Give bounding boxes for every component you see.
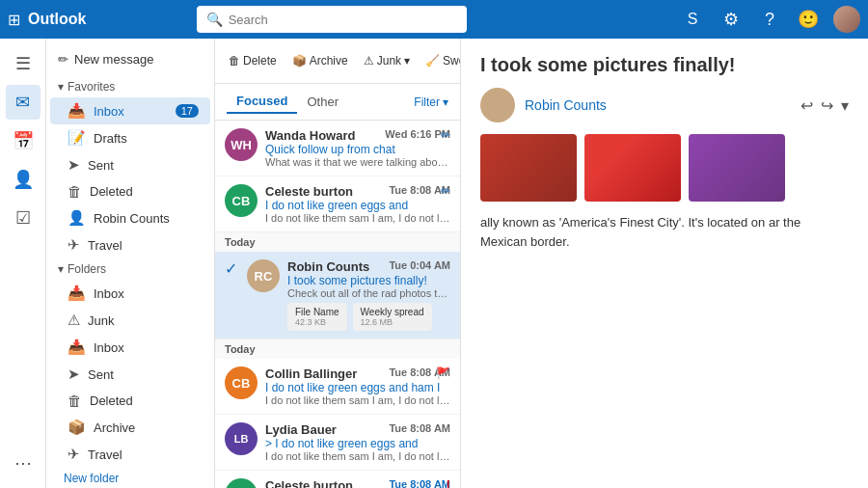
reply-icon[interactable]: ↩	[800, 96, 813, 115]
archive-icon-tb: 📦	[292, 54, 307, 68]
junk-button[interactable]: ⚠ Junk ▾	[358, 51, 416, 70]
junk-label: Junk	[88, 313, 114, 328]
sidebar-item-travel-folder[interactable]: ✈ Travel	[50, 441, 210, 468]
today-section-label-2: Today	[215, 339, 460, 359]
new-message-button[interactable]: ✏ New message	[46, 46, 214, 72]
hamburger-icon[interactable]: ☰	[6, 46, 41, 81]
message-preview: What was it that we were talking about t…	[265, 156, 450, 168]
sidebar-item-travel-favorites[interactable]: ✈ Travel	[50, 231, 210, 258]
message-item-celeste-last[interactable]: CB Celeste burton Tue 8:08 AM I do not l…	[215, 471, 460, 488]
sweep-icon: 🧹	[425, 54, 440, 68]
sidebar-item-inbox-2[interactable]: 📥 Inbox	[50, 334, 210, 361]
message-item-collin[interactable]: CB Collin Ballinger Tue 8:08 AM I do not…	[215, 359, 460, 415]
message-subject: I do not like green eggs and	[265, 199, 450, 212]
sent2-label: Sent	[88, 367, 114, 382]
message-preview: I do not like them sam I am, I do not li…	[265, 394, 450, 406]
settings-icon[interactable]: ⚙	[718, 6, 745, 33]
message-body: Collin Ballinger Tue 8:08 AM I do not li…	[265, 366, 450, 406]
message-body: Lydia Bauer Tue 8:08 AM > I do not like …	[265, 422, 450, 462]
message-item[interactable]: CB Celeste burton Tue 8:08 AM I do not l…	[215, 176, 460, 232]
junk-label: Junk	[377, 54, 401, 68]
sidebar-item-archive[interactable]: 📦 Archive	[50, 414, 210, 441]
left-rail: ☰ ✉ 📅 👤 ☑ ⋯	[0, 39, 46, 488]
sidebar-item-drafts[interactable]: 📝 Drafts	[50, 124, 210, 151]
skype-icon[interactable]: S	[679, 6, 706, 33]
attachment-2[interactable]: Weekly spread 12.6 MB	[353, 303, 432, 331]
sender-avatar: WH	[225, 128, 258, 161]
deleted-label: Deleted	[90, 184, 133, 199]
sent2-icon: ➤	[68, 366, 80, 383]
focused-other-tabs: Focused Other Filter ▾	[215, 84, 460, 121]
top-bar: ⊞ Outlook 🔍 S ⚙ ? 🙂	[0, 0, 868, 39]
user-avatar[interactable]	[833, 6, 860, 33]
junk-icon: ⚠	[68, 312, 80, 329]
inbox2-label: Inbox	[94, 340, 124, 355]
delete-label: Delete	[243, 54, 277, 68]
inbox-icon: 📥	[68, 102, 86, 120]
message-subject: I do not like green eggs and ham I	[265, 381, 450, 394]
message-item-lydia[interactable]: LB Lydia Bauer Tue 8:08 AM > I do not li…	[215, 415, 460, 471]
messages-scroll[interactable]: WH Wanda Howard Wed 6:16 PM Quick follow…	[215, 121, 460, 488]
sender-name: Celeste burton Tue 8:08 AM	[265, 184, 450, 199]
sidebar-item-sent-folder[interactable]: ➤ Sent	[50, 361, 210, 388]
email-sender-name[interactable]: Robin Counts	[525, 97, 607, 113]
sender-name: Robin Counts Tue 0:04 AM	[287, 259, 450, 274]
search-box[interactable]: 🔍	[197, 6, 467, 33]
tab-other[interactable]: Other	[297, 91, 348, 113]
attachment-1[interactable]: File Name 42.3 KB	[287, 303, 347, 331]
message-item-robin[interactable]: ✓ RC Robin Counts Tue 0:04 AM I took som…	[215, 252, 460, 339]
expand-icon[interactable]: ▾	[841, 96, 849, 115]
edit-icon: ✏	[441, 128, 450, 142]
search-input[interactable]	[229, 13, 457, 27]
mail-icon[interactable]: ✉	[6, 85, 41, 120]
sidebar-item-deleted[interactable]: 🗑 Deleted	[50, 178, 210, 204]
delete-icon: 🗑	[229, 54, 240, 68]
sidebar-item-inbox-favorites[interactable]: 📥 Inbox 17	[50, 97, 210, 124]
people-icon[interactable]: 👤	[6, 162, 41, 197]
sent-label: Sent	[88, 158, 114, 173]
message-toolbar: 🗑 Delete 📦 Archive ⚠ Junk ▾ 🧹 Sweep → Mo…	[215, 39, 460, 84]
archive-button[interactable]: 📦 Archive	[286, 51, 354, 70]
more-apps-icon[interactable]: ⋯	[6, 446, 41, 480]
attachment-size-2: 12.6 MB	[361, 317, 424, 327]
forward-icon[interactable]: ↪	[821, 96, 833, 115]
delete-button[interactable]: 🗑 Delete	[223, 51, 283, 70]
message-preview: Check out all of the rad photos that I m…	[287, 287, 450, 299]
calendar-icon[interactable]: 📅	[6, 123, 41, 158]
folders-label: Folders	[68, 262, 106, 276]
sender-avatar: LB	[225, 422, 258, 455]
deleted2-label: Deleted	[90, 393, 133, 408]
sidebar-item-inbox-folder[interactable]: 📥 Inbox	[50, 280, 210, 307]
new-folder-link[interactable]: New folder	[46, 468, 214, 488]
message-body: Robin Counts Tue 0:04 AM I took some pic…	[287, 259, 450, 331]
favorites-label: Favorites	[68, 80, 115, 94]
help-icon[interactable]: ?	[756, 6, 783, 33]
emoji-icon[interactable]: 🙂	[795, 6, 822, 33]
attachment-name: File Name	[295, 307, 339, 317]
sender-avatar: CB	[225, 184, 258, 217]
favorites-section[interactable]: ▾ Favorites	[46, 76, 214, 97]
photo-1	[480, 134, 577, 202]
tasks-icon[interactable]: ☑	[6, 201, 41, 235]
waffle-icon[interactable]: ⊞	[8, 11, 20, 29]
exclaim-icon: !	[447, 478, 450, 488]
message-item[interactable]: WH Wanda Howard Wed 6:16 PM Quick follow…	[215, 121, 460, 176]
sidebar-item-deleted-folder[interactable]: 🗑 Deleted	[50, 388, 210, 414]
inbox-folder-icon: 📥	[68, 285, 86, 302]
folders-section[interactable]: ▾ Folders	[46, 258, 214, 280]
deleted2-icon: 🗑	[68, 393, 82, 409]
checkmark-icon: ✓	[225, 259, 237, 331]
travel-label: Travel	[88, 238, 122, 253]
sender-avatar: RC	[247, 259, 280, 292]
sender-name: Wanda Howard Wed 6:16 PM	[265, 128, 450, 143]
filter-button[interactable]: Filter ▾	[414, 95, 448, 109]
tab-focused[interactable]: Focused	[227, 90, 297, 114]
sidebar-item-junk[interactable]: ⚠ Junk	[50, 307, 210, 334]
travel-icon: ✈	[68, 236, 80, 254]
chevron-down-icon: ▾	[58, 80, 64, 94]
sweep-label: Sweep	[443, 54, 461, 68]
sweep-button[interactable]: 🧹 Sweep	[420, 51, 461, 70]
sidebar-item-sent[interactable]: ➤ Sent	[50, 151, 210, 178]
sidebar-item-robin-counts[interactable]: 👤 Robin Counts	[50, 204, 210, 231]
message-subject: I took some pictures finally!	[287, 274, 450, 287]
